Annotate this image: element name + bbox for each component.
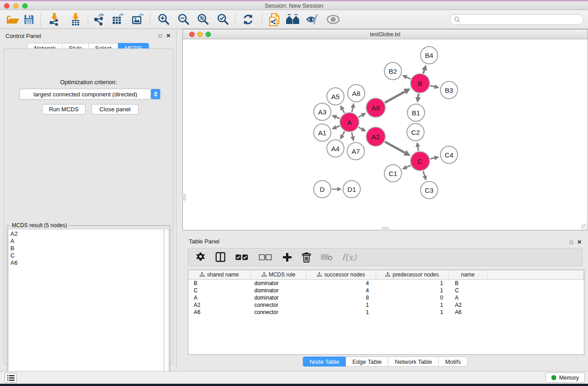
result-item[interactable]: B bbox=[10, 245, 163, 252]
float-panel-icon[interactable]: □ bbox=[570, 239, 573, 245]
network-canvas[interactable]: AA1A2A3A4A5A6A7A8BB1B2B3B4CC1C2C3C4DD1 bbox=[183, 39, 588, 230]
zoom-in-icon[interactable] bbox=[157, 13, 170, 26]
result-item[interactable]: A2 bbox=[10, 230, 163, 238]
edge-C-C3[interactable] bbox=[423, 171, 425, 176]
graph-node-C2[interactable]: C2 bbox=[406, 123, 425, 141]
window-titlebar[interactable]: Session: New Session bbox=[0, 1, 588, 10]
graph-node-A5[interactable]: A5 bbox=[326, 87, 344, 105]
split-columns-icon[interactable] bbox=[215, 252, 225, 262]
save-session-icon[interactable] bbox=[24, 14, 34, 25]
export-image-icon[interactable] bbox=[132, 13, 144, 26]
refresh-icon[interactable] bbox=[242, 14, 254, 25]
open-file-icon[interactable] bbox=[6, 14, 19, 25]
edge-A-A4[interactable] bbox=[342, 131, 344, 135]
graph-node-A3[interactable]: A3 bbox=[313, 103, 331, 121]
graph-node-B3[interactable]: B3 bbox=[440, 81, 458, 99]
edge-C-C2[interactable] bbox=[418, 147, 418, 151]
add-column-icon[interactable] bbox=[282, 253, 292, 262]
memory-button[interactable]: Memory bbox=[545, 372, 585, 383]
first-neighbors-icon[interactable] bbox=[286, 14, 300, 25]
resize-grip-icon[interactable] bbox=[581, 224, 587, 229]
edge-A-A2[interactable] bbox=[359, 127, 362, 129]
export-network-icon[interactable] bbox=[93, 13, 105, 26]
column-header-successor-nodes[interactable]: successor nodes bbox=[306, 270, 376, 279]
edge-A-A7[interactable] bbox=[352, 132, 353, 136]
criterion-dropdown[interactable]: largest connected component (directed) bbox=[19, 89, 161, 100]
import-table-icon[interactable] bbox=[70, 13, 81, 26]
edge-B-B1[interactable] bbox=[418, 94, 419, 97]
edge-A2-C[interactable] bbox=[385, 142, 405, 153]
tab-edge-table[interactable]: Edge Table bbox=[346, 357, 388, 367]
edge-A-A5[interactable] bbox=[343, 110, 344, 113]
tab-motifs[interactable]: Motifs bbox=[439, 357, 468, 367]
function-builder-icon[interactable]: f(x) bbox=[342, 252, 357, 262]
edge-A-A6[interactable] bbox=[359, 115, 362, 117]
graph-node-B2[interactable]: B2 bbox=[384, 62, 402, 80]
import-network-icon[interactable] bbox=[48, 13, 60, 26]
graph-node-A7[interactable]: A7 bbox=[347, 142, 365, 160]
result-scrollbar[interactable] bbox=[164, 229, 169, 379]
graph-node-A4[interactable]: A4 bbox=[326, 139, 344, 157]
run-mcds-button[interactable]: Run MCDS bbox=[42, 104, 86, 114]
zoom-selected-icon[interactable] bbox=[216, 13, 229, 26]
graph-node-A6[interactable]: A6 bbox=[366, 98, 386, 118]
new-network-from-selection-icon[interactable] bbox=[269, 13, 281, 26]
float-panel-icon[interactable]: □ bbox=[159, 33, 162, 39]
zoom-fit-icon[interactable] bbox=[196, 13, 209, 26]
tab-node-table[interactable]: Node Table bbox=[303, 357, 346, 367]
settings-gear-icon[interactable] bbox=[196, 252, 206, 262]
tab-network-table[interactable]: Network Table bbox=[388, 357, 439, 367]
mcds-result-list[interactable]: A2ABCA6 bbox=[8, 229, 164, 379]
table-row[interactable]: Bdominator41B bbox=[188, 280, 584, 287]
close-panel-icon[interactable]: ✕ bbox=[577, 239, 582, 245]
table-row[interactable]: A2connector11A2 bbox=[188, 301, 584, 309]
graph-node-C4[interactable]: C4 bbox=[440, 146, 458, 164]
export-table-icon[interactable] bbox=[112, 13, 124, 26]
horizontal-scrollbar-thumb[interactable] bbox=[382, 227, 388, 230]
result-item[interactable]: A6 bbox=[10, 259, 163, 267]
graph-node-C3[interactable]: C3 bbox=[420, 181, 438, 199]
graph-node-A[interactable]: A bbox=[339, 112, 359, 132]
graph-node-D1[interactable]: D1 bbox=[343, 180, 361, 198]
edge-C-C1[interactable] bbox=[406, 165, 411, 167]
preview-eye-icon[interactable] bbox=[326, 14, 340, 24]
graph-node-C[interactable]: C bbox=[410, 151, 430, 171]
task-history-button[interactable] bbox=[5, 373, 17, 383]
edge-A-A8[interactable] bbox=[352, 108, 353, 112]
zoom-out-icon[interactable] bbox=[177, 13, 190, 26]
graph-node-A2[interactable]: A2 bbox=[366, 127, 386, 147]
graph-node-D[interactable]: D bbox=[313, 180, 331, 198]
column-header-name[interactable]: name bbox=[449, 270, 488, 279]
edge-B-B4[interactable] bbox=[423, 70, 424, 73]
deselect-all-checkboxes-icon[interactable] bbox=[259, 254, 272, 260]
edge-A-A3[interactable] bbox=[336, 117, 340, 119]
vertical-scrollbar-thumb[interactable] bbox=[182, 194, 186, 200]
column-header-predecessor-nodes[interactable]: predecessor nodes bbox=[376, 270, 449, 279]
delete-table-icon[interactable] bbox=[321, 253, 333, 261]
graph-node-B1[interactable]: B1 bbox=[407, 104, 425, 122]
table-row[interactable]: A6connector11A6 bbox=[188, 309, 584, 316]
edge-A-A1[interactable] bbox=[336, 126, 340, 127]
edge-A6-B[interactable] bbox=[385, 91, 405, 103]
graph-node-B[interactable]: B bbox=[410, 73, 430, 93]
delete-column-icon[interactable] bbox=[302, 252, 311, 262]
close-panel-button[interactable]: Close panel bbox=[91, 104, 139, 114]
edge-B-B2[interactable] bbox=[406, 77, 411, 79]
column-header-MCDS-role[interactable]: MCDS role bbox=[251, 270, 306, 279]
result-item[interactable]: C bbox=[10, 252, 163, 259]
show-hide-icon[interactable] bbox=[306, 14, 319, 25]
column-header-shared-name[interactable]: shared name bbox=[188, 270, 251, 279]
network-view-titlebar[interactable]: testGlobe.txt bbox=[183, 29, 588, 39]
edge-B-B3[interactable] bbox=[430, 86, 435, 86]
graph-node-A1[interactable]: A1 bbox=[313, 124, 331, 142]
select-all-checkboxes-icon[interactable] bbox=[235, 254, 248, 260]
edge-C-C4[interactable] bbox=[430, 158, 434, 159]
graph-node-B4[interactable]: B4 bbox=[420, 46, 438, 64]
result-item[interactable]: A bbox=[10, 238, 163, 245]
graph-node-C1[interactable]: C1 bbox=[384, 164, 402, 182]
graph-node-A8[interactable]: A8 bbox=[347, 84, 365, 102]
search-input[interactable] bbox=[450, 14, 583, 25]
close-panel-icon[interactable]: ✕ bbox=[166, 33, 171, 39]
table-row[interactable]: Cdominator41C bbox=[188, 287, 584, 294]
table-row[interactable]: Adominator80A bbox=[188, 294, 584, 301]
